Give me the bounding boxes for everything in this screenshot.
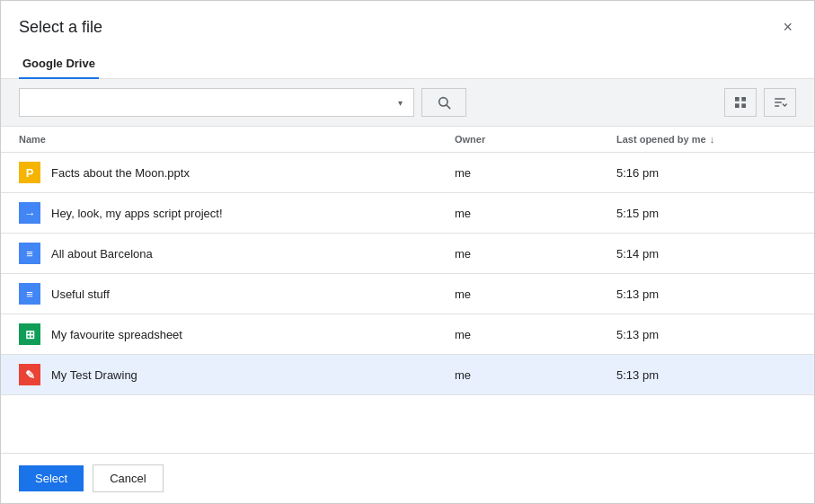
file-name: Hey, look, my apps script project! <box>51 207 455 220</box>
file-owner: me <box>455 328 616 341</box>
sort-icon <box>773 95 787 110</box>
sort-button[interactable] <box>764 88 796 117</box>
file-date: 5:16 pm <box>616 166 796 180</box>
select-button[interactable]: Select <box>19 465 84 491</box>
svg-rect-2 <box>735 97 740 102</box>
file-date: 5:13 pm <box>616 368 796 382</box>
file-name: My Test Drawing <box>51 368 455 382</box>
tab-google-drive[interactable]: Google Drive <box>19 49 99 79</box>
table-row[interactable]: ⊞My favourite spreadsheetme5:13 pm <box>1 314 814 355</box>
cancel-button[interactable]: Cancel <box>93 464 163 492</box>
svg-line-1 <box>447 105 450 109</box>
search-button[interactable] <box>421 88 466 117</box>
file-type-icon: ✎ <box>19 364 40 385</box>
file-date: 5:13 pm <box>616 287 796 301</box>
dialog-header: Select a file × <box>1 1 814 39</box>
table-row[interactable]: →Hey, look, my apps script project!me5:1… <box>1 193 814 234</box>
file-owner: me <box>455 166 616 180</box>
file-name: Useful stuff <box>51 287 455 301</box>
toolbar: ▾ <box>1 79 814 127</box>
search-dropdown-button[interactable]: ▾ <box>394 98 406 108</box>
file-list-header: Name Owner Last opened by me ↓ <box>1 127 814 153</box>
sort-arrow: ↓ <box>710 134 715 145</box>
col-date-header[interactable]: Last opened by me ↓ <box>616 134 796 145</box>
file-owner: me <box>455 247 616 261</box>
file-rows-container: PFacts about the Moon.pptxme5:16 pm→Hey,… <box>1 153 814 395</box>
tabs-bar: Google Drive <box>1 49 814 79</box>
file-date: 5:13 pm <box>616 328 796 341</box>
table-row[interactable]: PFacts about the Moon.pptxme5:16 pm <box>1 153 814 193</box>
dialog-title: Select a file <box>19 18 102 37</box>
file-name: All about Barcelona <box>51 247 455 261</box>
svg-rect-5 <box>741 103 746 108</box>
col-name-header: Name <box>19 134 455 145</box>
svg-rect-3 <box>741 97 746 102</box>
col-owner-header: Owner <box>455 134 616 145</box>
search-icon <box>437 95 451 110</box>
file-type-icon: → <box>19 202 40 224</box>
file-name: Facts about the Moon.pptx <box>51 166 455 180</box>
search-wrapper: ▾ <box>19 88 414 117</box>
dialog-footer: Select Cancel <box>1 453 814 503</box>
grid-view-button[interactable] <box>724 88 757 117</box>
grid-icon <box>733 95 748 110</box>
svg-rect-4 <box>735 103 740 108</box>
table-row[interactable]: ≡All about Barceloname5:14 pm <box>1 234 814 274</box>
file-owner: me <box>455 207 616 220</box>
file-name: My favourite spreadsheet <box>51 328 455 341</box>
file-type-icon: ⊞ <box>19 323 40 345</box>
file-date: 5:14 pm <box>616 247 796 261</box>
close-button[interactable]: × <box>779 15 796 39</box>
file-type-icon: ≡ <box>19 243 40 264</box>
file-owner: me <box>455 368 616 382</box>
search-input[interactable] <box>27 96 394 110</box>
select-file-dialog: Select a file × Google Drive ▾ <box>0 0 815 504</box>
file-type-icon: ≡ <box>19 283 40 305</box>
table-row[interactable]: ≡Useful stuffme5:13 pm <box>1 274 814 314</box>
file-list: Name Owner Last opened by me ↓ PFacts ab… <box>1 127 814 453</box>
file-date: 5:15 pm <box>616 207 796 220</box>
file-type-icon: P <box>19 162 40 183</box>
file-owner: me <box>455 287 616 301</box>
table-row[interactable]: ✎My Test Drawingme5:13 pm <box>1 355 814 395</box>
